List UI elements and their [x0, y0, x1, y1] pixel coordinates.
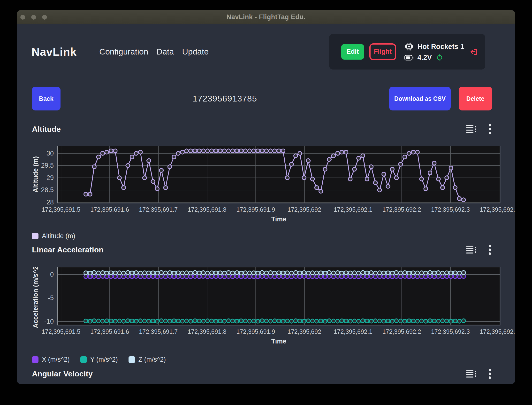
window-controls — [20, 10, 47, 24]
back-button[interactable]: Back — [32, 87, 61, 110]
svg-text:172,395,692.2: 172,395,692.2 — [382, 328, 421, 335]
window-titlebar: NavLink - FlightTag Edu. — [17, 10, 515, 24]
linear-acceleration-chart-actions — [466, 244, 491, 255]
record-toolbar: Back 1723956913785 Download as CSV Delet… — [32, 87, 492, 110]
svg-text:172,395,691.9: 172,395,691.9 — [236, 328, 275, 335]
flight-button[interactable]: Flight — [369, 43, 396, 60]
linear-acceleration-chart[interactable]: 172,395,691.5172,395,691.6172,395,691.71… — [31, 267, 515, 347]
svg-text:172,395,692: 172,395,692 — [288, 206, 321, 213]
svg-text:28.5: 28.5 — [41, 186, 54, 194]
svg-text:172,395,691.5: 172,395,691.5 — [42, 328, 80, 335]
svg-text:172,395,692.4: 172,395,692.4 — [480, 328, 515, 335]
main-nav: Configuration Data Update — [99, 47, 209, 56]
svg-text:172,395,691.7: 172,395,691.7 — [139, 328, 178, 335]
svg-text:29: 29 — [46, 174, 54, 181]
altitude-section-title: Altitude — [32, 125, 61, 134]
svg-text:172,395,692.3: 172,395,692.3 — [431, 206, 470, 213]
svg-text:172,395,692.2: 172,395,692.2 — [382, 206, 421, 213]
svg-text:29.5: 29.5 — [41, 162, 54, 169]
svg-text:Time: Time — [271, 338, 287, 345]
device-status: Hot Rockets 1 4.2V — [404, 42, 464, 62]
svg-text:172,395,692.1: 172,395,692.1 — [334, 206, 372, 213]
angular-velocity-section-header: Angular Velocity — [32, 369, 491, 379]
svg-text:172,395,691.6: 172,395,691.6 — [90, 206, 129, 213]
delete-button[interactable]: Delete — [459, 87, 492, 110]
app-window: NavLink - FlightTag Edu. NavLink Configu… — [17, 10, 515, 384]
accel-x-swatch-icon — [32, 356, 38, 363]
sync-icon[interactable] — [436, 54, 443, 62]
kebab-menu-icon[interactable] — [488, 244, 491, 255]
svg-text:172,395,691.8: 172,395,691.8 — [188, 206, 226, 213]
altitude-chart-actions — [466, 124, 491, 134]
nav-item-configuration[interactable]: Configuration — [99, 47, 148, 56]
battery-icon — [404, 55, 414, 61]
accel-y-swatch-icon — [80, 356, 87, 363]
svg-text:0: 0 — [50, 271, 54, 278]
window-title: NavLink - FlightTag Edu. — [227, 13, 306, 21]
legend-item-accel-y[interactable]: Y (m/s^2) — [80, 356, 118, 363]
svg-text:172,395,692.4: 172,395,692.4 — [480, 206, 515, 213]
altitude-section-header: Altitude — [32, 124, 491, 134]
svg-text:172,395,691.5: 172,395,691.5 — [42, 206, 80, 213]
angular-velocity-chart-actions — [466, 368, 491, 379]
battery-row: 4.2V — [404, 54, 464, 62]
linear-acceleration-section-header: Linear Acceleration — [32, 245, 491, 255]
record-id: 1723956913785 — [61, 94, 389, 103]
window-zoom-icon[interactable] — [42, 15, 47, 20]
svg-text:-5: -5 — [48, 294, 54, 302]
svg-text:172,395,691.8: 172,395,691.8 — [188, 328, 226, 335]
nav-item-update[interactable]: Update — [182, 47, 209, 56]
legend-item-altitude[interactable]: Altitude (m) — [32, 232, 75, 240]
svg-text:Acceleration (m/s^2): Acceleration (m/s^2) — [32, 267, 39, 328]
screen: NavLink - FlightTag Edu. NavLink Configu… — [0, 0, 532, 405]
svg-text:28: 28 — [46, 199, 54, 206]
nav-item-data[interactable]: Data — [157, 47, 174, 56]
kebab-menu-icon[interactable] — [488, 368, 491, 379]
legend-item-accel-x[interactable]: X (m/s^2) — [32, 356, 70, 363]
data-list-icon[interactable] — [466, 125, 477, 133]
data-list-icon[interactable] — [466, 245, 477, 254]
data-list-icon[interactable] — [466, 369, 477, 378]
app-header: NavLink Configuration Data Update Edit F… — [31, 34, 485, 70]
altitude-chart[interactable]: 172,395,691.5172,395,691.6172,395,691.71… — [31, 146, 515, 226]
linear-acceleration-section-title: Linear Acceleration — [32, 245, 104, 254]
download-csv-button[interactable]: Download as CSV — [389, 87, 451, 110]
device-status-panel: Edit Flight Hot Rockets 1 — [329, 34, 485, 70]
disconnect-icon[interactable] — [470, 47, 478, 57]
svg-text:-10: -10 — [44, 318, 54, 325]
device-name-row: Hot Rockets 1 — [404, 42, 464, 51]
svg-text:172,395,692.1: 172,395,692.1 — [334, 328, 372, 335]
legend-item-accel-z[interactable]: Z (m/s^2) — [129, 356, 166, 363]
svg-text:172,395,692.3: 172,395,692.3 — [431, 328, 470, 335]
angular-velocity-section-title: Angular Velocity — [32, 369, 93, 378]
window-minimize-icon[interactable] — [31, 15, 36, 20]
accel-z-swatch-icon — [129, 356, 135, 363]
altitude-swatch-icon — [32, 233, 38, 239]
window-close-icon[interactable] — [20, 15, 25, 20]
kebab-menu-icon[interactable] — [488, 124, 491, 134]
battery-voltage: 4.2V — [418, 54, 432, 62]
chip-icon — [404, 42, 414, 51]
brand-logo: NavLink — [31, 45, 76, 58]
linear-acceleration-legend: X (m/s^2) Y (m/s^2) Z (m/s^2) — [32, 356, 166, 363]
altitude-legend: Altitude (m) — [32, 232, 75, 240]
svg-text:Time: Time — [271, 216, 287, 223]
svg-text:172,395,691.6: 172,395,691.6 — [90, 328, 129, 335]
svg-text:172,395,691.7: 172,395,691.7 — [139, 206, 178, 213]
svg-text:172,395,692: 172,395,692 — [288, 328, 321, 335]
svg-text:30: 30 — [46, 150, 54, 157]
svg-text:Altitude (m): Altitude (m) — [32, 156, 39, 193]
svg-text:172,395,691.9: 172,395,691.9 — [236, 206, 275, 213]
edit-button[interactable]: Edit — [341, 44, 364, 60]
device-name: Hot Rockets 1 — [418, 43, 464, 51]
